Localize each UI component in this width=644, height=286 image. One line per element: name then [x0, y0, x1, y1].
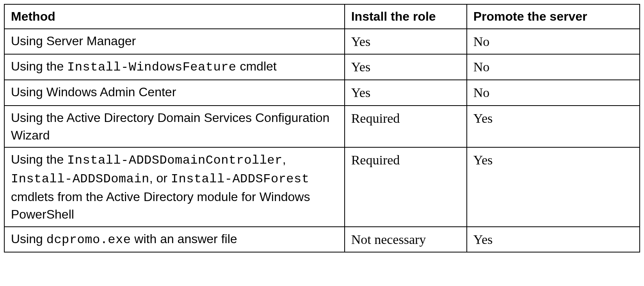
cell-method: Using the Active Directory Domain Servic…	[4, 106, 345, 148]
table-row: Using dcpromo.exe with an answer file No…	[4, 227, 640, 252]
table-row: Using the Install-WindowsFeature cmdlet …	[4, 54, 640, 80]
cell-install: Not necessary	[345, 227, 467, 252]
cell-method: Using Server Manager	[4, 29, 345, 55]
table-header-row: Method Install the role Promote the serv…	[4, 4, 640, 29]
header-install: Install the role	[345, 4, 467, 29]
cell-promote: Yes	[467, 147, 640, 226]
table-row: Using Server Manager Yes No	[4, 29, 640, 55]
cell-method: Using the Install-ADDSDomainController, …	[4, 147, 345, 226]
table-row: Using the Active Directory Domain Servic…	[4, 106, 640, 148]
cell-promote: Yes	[467, 106, 640, 148]
cell-promote: No	[467, 54, 640, 80]
cell-promote: No	[467, 80, 640, 106]
cell-install: Yes	[345, 80, 467, 106]
table-row: Using Windows Admin Center Yes No	[4, 80, 640, 106]
header-promote: Promote the server	[467, 4, 640, 29]
header-method: Method	[4, 4, 345, 29]
cell-install: Yes	[345, 54, 467, 80]
table-row: Using the Install-ADDSDomainController, …	[4, 147, 640, 226]
cell-install: Yes	[345, 29, 467, 55]
cell-method: Using dcpromo.exe with an answer file	[4, 227, 345, 252]
cell-promote: No	[467, 29, 640, 55]
cell-install: Required	[345, 106, 467, 148]
cell-method: Using the Install-WindowsFeature cmdlet	[4, 54, 345, 80]
cell-promote: Yes	[467, 227, 640, 252]
cell-install: Required	[345, 147, 467, 226]
methods-table: Method Install the role Promote the serv…	[4, 4, 640, 252]
cell-method: Using Windows Admin Center	[4, 80, 345, 106]
